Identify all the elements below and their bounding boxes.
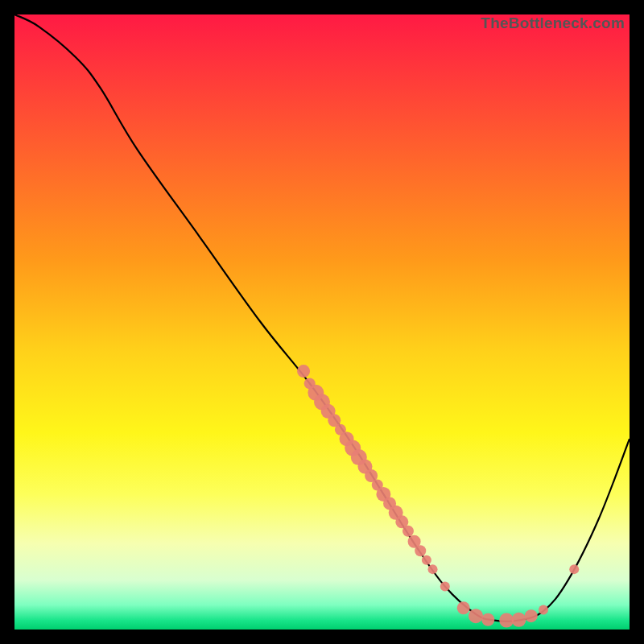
scatter-point	[499, 613, 514, 628]
scatter-group	[297, 365, 579, 627]
scatter-point	[422, 555, 431, 565]
scatter-point	[511, 613, 526, 627]
main-curve	[14, 14, 630, 621]
scatter-point	[440, 582, 450, 592]
chart-frame: TheBottleneck.com	[0, 0, 644, 644]
scatter-point	[525, 609, 538, 622]
scatter-point	[297, 365, 310, 378]
scatter-point	[539, 605, 548, 615]
scatter-point	[569, 564, 579, 574]
scatter-point	[428, 564, 438, 574]
scatter-point	[457, 601, 470, 614]
scatter-point	[481, 613, 494, 626]
scatter-point	[469, 609, 483, 623]
scatter-point	[402, 526, 414, 537]
chart-overlay	[14, 14, 630, 630]
scatter-point	[415, 545, 426, 556]
plot-area: TheBottleneck.com	[14, 14, 630, 630]
